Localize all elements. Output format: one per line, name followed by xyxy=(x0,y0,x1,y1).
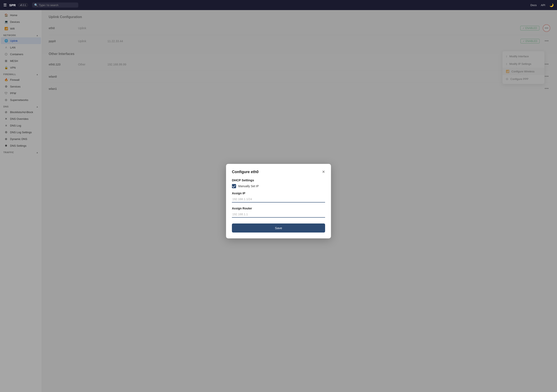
search-icon: 🔍 xyxy=(34,3,38,7)
topbar: ☰ SPR v0.3.1 🔍 Docs API 🌙 xyxy=(0,0,557,10)
assign-router-input[interactable] xyxy=(232,211,325,218)
search-input[interactable] xyxy=(39,4,76,7)
docs-link[interactable]: Docs xyxy=(530,4,537,7)
dhcp-section-title: DHCP Settings xyxy=(232,178,325,182)
assign-router-label: Assign Router xyxy=(232,207,325,210)
dark-mode-icon[interactable]: 🌙 xyxy=(549,3,554,7)
manually-set-ip-label: Manually Set IP xyxy=(238,184,259,188)
api-link[interactable]: API xyxy=(541,4,545,7)
modal-title: Configure eth0 xyxy=(232,170,259,174)
topbar-right: Docs API 🌙 xyxy=(530,3,554,7)
modal-overlay: Configure eth0 ✕ DHCP Settings Manually … xyxy=(0,10,557,392)
modal-save-button[interactable]: Save xyxy=(232,223,325,233)
search-bar: 🔍 xyxy=(32,2,78,8)
app-version: v0.3.1 xyxy=(18,3,28,7)
app-logo: SPR xyxy=(9,3,16,7)
assign-ip-label: Assign IP xyxy=(232,192,325,195)
manually-set-ip-checkbox[interactable] xyxy=(232,184,236,188)
assign-ip-input[interactable] xyxy=(232,196,325,203)
modal-header: Configure eth0 ✕ xyxy=(232,170,325,174)
modal-close-button[interactable]: ✕ xyxy=(322,170,325,174)
menu-icon[interactable]: ☰ xyxy=(3,3,7,7)
manually-set-ip-row: Manually Set IP xyxy=(232,184,325,188)
configure-eth0-modal: Configure eth0 ✕ DHCP Settings Manually … xyxy=(226,164,331,238)
